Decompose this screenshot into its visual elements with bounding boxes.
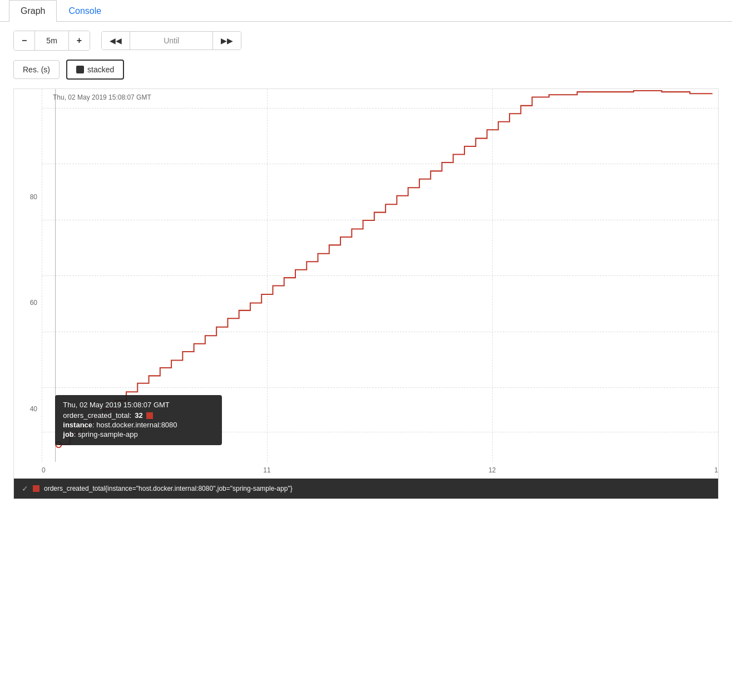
y-axis: 80 60 40 (14, 89, 42, 479)
tab-graph[interactable]: Graph (9, 0, 57, 22)
tooltip-instance-row: instance: host.docker.internal:8080 (63, 421, 214, 429)
y-label-80: 80 (18, 193, 37, 201)
x-label-10: 10 (42, 466, 46, 474)
tooltip-job-label: job: spring-sample-app (63, 430, 137, 438)
stacked-button[interactable]: stacked (66, 60, 124, 80)
increase-time-button[interactable]: + (68, 31, 90, 50)
decrease-time-button[interactable]: − (14, 31, 35, 50)
legend-series-label: orders_created_total{instance="host.dock… (44, 485, 293, 492)
x-label-13: 13 (714, 466, 718, 474)
tab-bar: Graph Console (0, 0, 732, 22)
controls-bar: − 5m + ◀◀ Until ▶▶ (0, 22, 732, 60)
chart-legend: ✓ orders_created_total{instance="host.do… (14, 479, 718, 499)
resolution-button[interactable]: Res. (s) (13, 60, 60, 79)
chart-inner: 80 60 40 Thu, 02 May 2019 15:08:07 GMT (14, 89, 718, 479)
rewind-button[interactable]: ◀◀ (102, 32, 130, 50)
chart-area: 80 60 40 Thu, 02 May 2019 15:08:07 GMT (13, 88, 719, 499)
y-label-40: 40 (18, 405, 37, 413)
tooltip-swatch (146, 412, 153, 419)
x-label-11: 11 (263, 466, 270, 474)
time-range-control: − 5m + (13, 31, 90, 51)
time-value-display: 5m (35, 32, 68, 50)
x-label-12: 12 (488, 466, 496, 474)
legend-swatch (33, 485, 39, 492)
chart-container: 80 60 40 Thu, 02 May 2019 15:08:07 GMT (13, 88, 719, 499)
chart-tooltip: Thu, 02 May 2019 15:08:07 GMT orders_cre… (55, 395, 222, 445)
stacked-icon (76, 66, 84, 73)
y-label-60: 60 (18, 299, 37, 307)
until-label: Until (130, 32, 212, 50)
tooltip-instance-label: instance: host.docker.internal:8080 (63, 421, 177, 429)
tooltip-metric-name: orders_created_total: (63, 411, 131, 420)
chart-plot: Thu, 02 May 2019 15:08:07 GMT (42, 89, 718, 479)
tooltip-metric-value: 32 (135, 411, 142, 420)
tab-console[interactable]: Console (57, 0, 113, 22)
x-axis: 10 11 12 13 (42, 462, 718, 479)
legend-check-icon: ✓ (22, 484, 28, 493)
tooltip-date-value: Thu, 02 May 2019 15:08:07 GMT (63, 401, 214, 409)
options-row: Res. (s) stacked (0, 60, 732, 88)
time-nav-control: ◀◀ Until ▶▶ (101, 31, 241, 50)
tooltip-metric-row: orders_created_total: 32 (63, 411, 214, 420)
tooltip-job-row: job: spring-sample-app (63, 430, 214, 438)
forward-button[interactable]: ▶▶ (212, 32, 241, 50)
